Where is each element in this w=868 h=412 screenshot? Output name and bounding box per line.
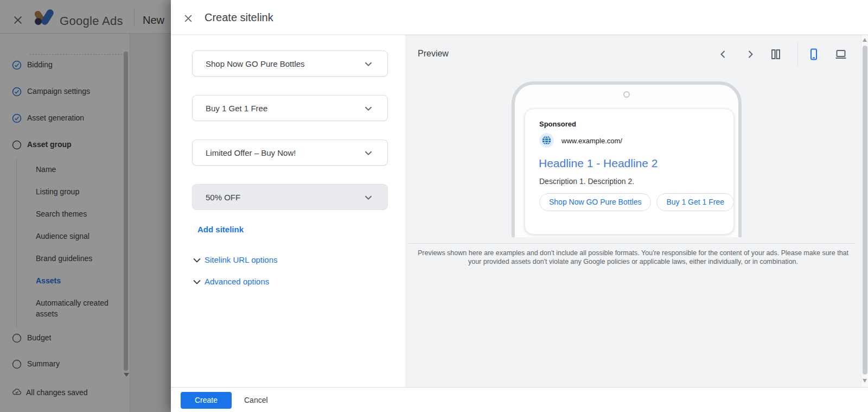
ad-preview-pane: Preview Sponsored www.examp: [405, 35, 868, 387]
cancel-button[interactable]: Cancel: [239, 392, 273, 409]
sponsored-label: Sponsored: [539, 120, 576, 128]
sitelink-dropdown-3[interactable]: Limited Offer – Buy Now!: [192, 140, 388, 166]
phone-camera-dot: [623, 91, 630, 98]
sitelink-url-options-label: Sitelink URL options: [205, 255, 278, 264]
ad-headline-link[interactable]: Headline 1 - Headline 2: [539, 157, 658, 170]
create-button[interactable]: Create: [181, 392, 232, 409]
scrollbar-thumb[interactable]: [863, 46, 867, 375]
sitelink-dropdown-1[interactable]: Shop Now GO Pure Bottles: [192, 50, 388, 77]
previous-preview-icon[interactable]: [717, 48, 730, 61]
sitelink-pill[interactable]: Shop Now GO Pure Bottles: [539, 193, 651, 211]
preview-columns-icon[interactable]: [769, 48, 782, 61]
advanced-options-label: Advanced options: [205, 277, 269, 286]
ad-description: Description 1. Description 2.: [539, 177, 634, 186]
phone-mockup: Sponsored www.example.com/ Headline 1 - …: [512, 81, 742, 237]
add-sitelink-button[interactable]: Add sitelink: [197, 225, 244, 234]
sitelink-dropdown-value: Buy 1 Get 1 Free: [206, 104, 267, 113]
chevron-down-icon: [192, 276, 202, 287]
toolbar-divider: [797, 42, 798, 66]
mobile-preview-icon[interactable]: [807, 48, 820, 61]
dialog-close-icon[interactable]: [183, 13, 194, 24]
display-url: www.example.com/: [561, 137, 622, 145]
scroll-down-icon[interactable]: [863, 379, 867, 383]
desktop-preview-icon[interactable]: [834, 48, 847, 61]
scroll-up-icon[interactable]: [863, 38, 867, 42]
chevron-down-icon: [362, 192, 374, 204]
chevron-down-icon: [362, 103, 374, 115]
sitelink-dropdown-value: Shop Now GO Pure Bottles: [206, 59, 305, 68]
globe-icon: [539, 133, 554, 148]
dialog-footer: Create Cancel: [171, 387, 868, 412]
next-preview-icon[interactable]: [744, 48, 757, 61]
preview-divider: [409, 243, 856, 244]
chevron-down-icon: [362, 147, 374, 159]
chevron-down-icon: [192, 255, 202, 265]
sitelink-dropdown-value: Limited Offer – Buy Now!: [206, 148, 296, 157]
sitelink-dropdown-value: 50% OFF: [206, 193, 240, 202]
sitelink-dropdown-4[interactable]: 50% OFF: [192, 184, 388, 210]
create-sitelink-dialog: Create sitelink Shop Now GO Pure Bottles…: [171, 0, 868, 412]
chevron-down-icon: [362, 58, 374, 70]
sitelink-pill[interactable]: Buy 1 Get 1 Free: [656, 193, 734, 211]
preview-scrollbar[interactable]: [861, 35, 868, 387]
sitelink-form-pane: Shop Now GO Pure Bottles Buy 1 Get 1 Fre…: [171, 35, 405, 387]
ad-preview-card: Sponsored www.example.com/ Headline 1 - …: [525, 109, 734, 234]
sitelink-dropdown-2[interactable]: Buy 1 Get 1 Free: [192, 95, 388, 121]
preview-title: Preview: [418, 49, 449, 59]
sitelink-pill-row: Shop Now GO Pure BottlesBuy 1 Get 1 Free: [539, 193, 734, 212]
dialog-header: Create sitelink: [171, 0, 868, 35]
dialog-title: Create sitelink: [205, 11, 273, 24]
preview-disclaimer: Previews shown here are examples and don…: [416, 249, 850, 266]
